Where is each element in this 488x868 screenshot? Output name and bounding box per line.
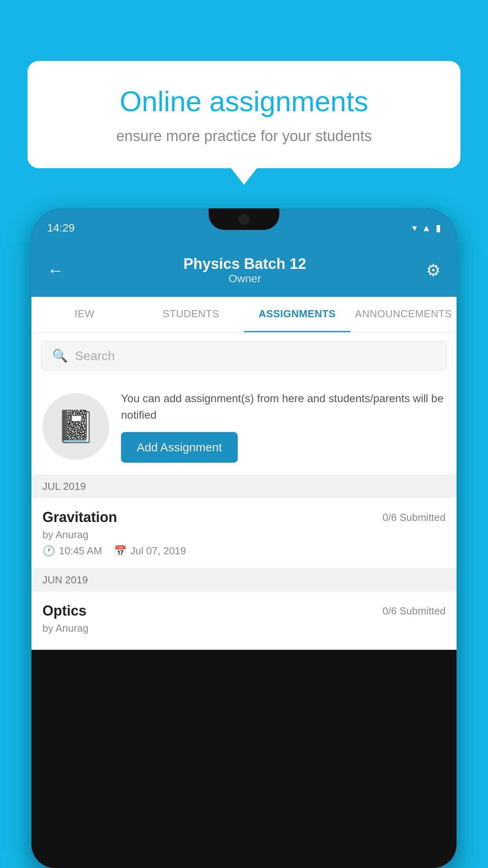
assignment-time: 🕐 10:45 AM <box>42 545 102 557</box>
speech-bubble-subtitle: ensure more practice for your students <box>55 128 433 145</box>
signal-icon: ▲ <box>422 223 431 234</box>
back-button[interactable]: ← <box>47 261 64 280</box>
assignment-name-optics: Optics <box>42 603 86 619</box>
section-header-jul: JUL 2019 <box>31 475 457 498</box>
section-header-jun: JUN 2019 <box>31 568 457 592</box>
assignment-item-optics[interactable]: Optics 0/6 Submitted by Anurag <box>31 592 457 650</box>
tab-assignments[interactable]: ASSIGNMENTS <box>244 297 350 332</box>
wifi-icon: ▾ <box>412 223 417 234</box>
info-description: You can add assignment(s) from here and … <box>121 390 446 423</box>
status-bar: 14:29 ▾ ▲ ▮ <box>31 208 457 248</box>
assignment-row-optics: Optics 0/6 Submitted <box>42 603 446 619</box>
assignment-icon-circle: 📓 <box>42 393 109 460</box>
screen-content: 🔍 Search 📓 You can add assignment(s) fro… <box>31 333 457 650</box>
status-icons: ▾ ▲ ▮ <box>412 223 441 234</box>
info-text-area: You can add assignment(s) from here and … <box>121 390 446 463</box>
assignment-row: Gravitation 0/6 Submitted <box>42 509 446 526</box>
settings-icon[interactable]: ⚙ <box>426 261 441 280</box>
assignment-name: Gravitation <box>42 509 117 526</box>
header-title: Physics Batch 12 <box>183 256 306 272</box>
battery-icon: ▮ <box>436 223 441 234</box>
search-icon: 🔍 <box>52 348 68 363</box>
speech-bubble: Online assignments ensure more practice … <box>28 61 460 168</box>
calendar-icon: 📅 <box>114 545 127 557</box>
camera <box>238 214 250 225</box>
info-card: 📓 You can add assignment(s) from here an… <box>31 379 457 475</box>
app-header: ← Physics Batch 12 Owner ⚙ <box>31 248 457 297</box>
tab-students[interactable]: STUDENTS <box>138 297 244 332</box>
assignment-submitted-optics: 0/6 Submitted <box>383 605 446 617</box>
phone-frame: 14:29 ▾ ▲ ▮ ← Physics Batch 12 Owner ⚙ I… <box>31 208 457 868</box>
clock-icon: 🕐 <box>42 545 55 557</box>
tab-iew[interactable]: IEW <box>31 297 138 332</box>
assignment-author-optics: by Anurag <box>42 622 446 634</box>
tabs-container: IEW STUDENTS ASSIGNMENTS ANNOUNCEMENTS <box>31 297 457 333</box>
speech-bubble-container: Online assignments ensure more practice … <box>28 61 460 168</box>
add-assignment-button[interactable]: Add Assignment <box>121 432 238 463</box>
assignment-date: 📅 Jul 07, 2019 <box>114 545 186 557</box>
search-bar[interactable]: 🔍 Search <box>41 341 447 371</box>
search-container: 🔍 Search <box>31 333 457 379</box>
assignment-meta: 🕐 10:45 AM 📅 Jul 07, 2019 <box>42 545 446 557</box>
date-value: Jul 07, 2019 <box>130 545 186 557</box>
header-subtitle: Owner <box>183 272 306 285</box>
status-time: 14:29 <box>47 222 75 234</box>
search-placeholder: Search <box>75 349 115 363</box>
assignment-author: by Anurag <box>42 529 446 541</box>
tab-announcements[interactable]: ANNOUNCEMENTS <box>350 297 457 332</box>
notebook-icon: 📓 <box>56 408 95 445</box>
assignment-item-gravitation[interactable]: Gravitation 0/6 Submitted by Anurag 🕐 10… <box>31 498 457 568</box>
header-center: Physics Batch 12 Owner <box>183 256 306 285</box>
assignment-submitted: 0/6 Submitted <box>383 511 446 524</box>
speech-bubble-title: Online assignments <box>55 85 433 118</box>
time-value: 10:45 AM <box>59 545 102 557</box>
phone-notch <box>209 208 279 230</box>
